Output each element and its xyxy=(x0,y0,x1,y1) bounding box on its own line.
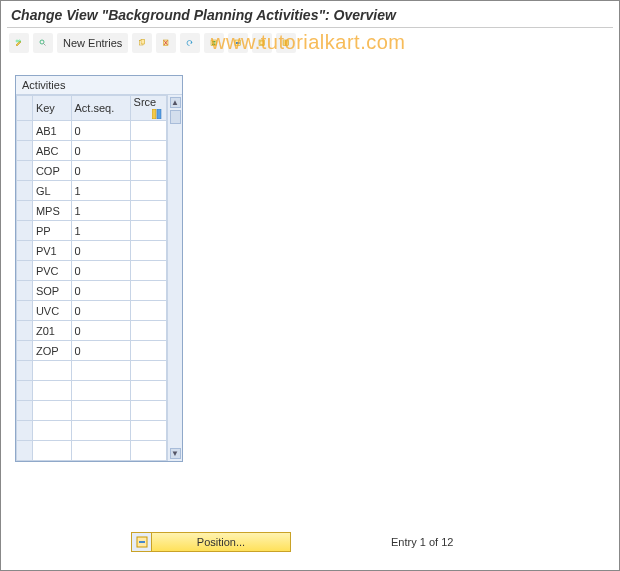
cell-key[interactable]: UVC xyxy=(32,301,71,321)
cell-srce[interactable] xyxy=(130,421,166,441)
row-selector[interactable] xyxy=(17,121,33,141)
table-row[interactable]: COP0 xyxy=(17,161,167,181)
scroll-thumb[interactable] xyxy=(170,110,181,124)
row-selector[interactable] xyxy=(17,281,33,301)
new-entries-button[interactable]: New Entries xyxy=(57,33,128,53)
table-row[interactable] xyxy=(17,361,167,381)
scroll-down-button[interactable]: ▼ xyxy=(170,448,181,459)
cell-srce[interactable] xyxy=(130,341,166,361)
activities-table[interactable]: Key Act.seq. Srce AB10 ABC0 COP0 GL1 MPS… xyxy=(16,95,167,461)
cell-srce[interactable] xyxy=(130,401,166,421)
cell-key[interactable]: ZOP xyxy=(32,341,71,361)
cell-seq[interactable]: 0 xyxy=(71,161,130,181)
table-row[interactable]: MPS1 xyxy=(17,201,167,221)
row-selector[interactable] xyxy=(17,141,33,161)
cell-seq[interactable]: 0 xyxy=(71,121,130,141)
row-selector[interactable] xyxy=(17,441,33,461)
row-selector[interactable] xyxy=(17,221,33,241)
cell-srce[interactable] xyxy=(130,261,166,281)
cell-seq[interactable]: 0 xyxy=(71,341,130,361)
table-row[interactable]: GL1 xyxy=(17,181,167,201)
row-selector[interactable] xyxy=(17,261,33,281)
cell-seq[interactable]: 0 xyxy=(71,261,130,281)
copy-button[interactable] xyxy=(132,33,152,53)
cell-seq[interactable]: 1 xyxy=(71,201,130,221)
table-row[interactable] xyxy=(17,421,167,441)
cell-key[interactable]: COP xyxy=(32,161,71,181)
cell-srce[interactable] xyxy=(130,161,166,181)
cell-srce[interactable] xyxy=(130,301,166,321)
col-header-key[interactable]: Key xyxy=(32,96,71,121)
scroll-up-button[interactable]: ▲ xyxy=(170,97,181,108)
cell-seq[interactable] xyxy=(71,401,130,421)
cell-key[interactable]: AB1 xyxy=(32,121,71,141)
row-selector[interactable] xyxy=(17,321,33,341)
cell-seq[interactable] xyxy=(71,441,130,461)
cell-srce[interactable] xyxy=(130,361,166,381)
cell-seq[interactable] xyxy=(71,361,130,381)
cell-srce[interactable] xyxy=(130,221,166,241)
cell-seq[interactable]: 0 xyxy=(71,281,130,301)
cell-srce[interactable] xyxy=(130,181,166,201)
cell-seq[interactable]: 0 xyxy=(71,241,130,261)
row-selector[interactable] xyxy=(17,401,33,421)
row-selector[interactable] xyxy=(17,381,33,401)
row-selector[interactable] xyxy=(17,241,33,261)
table-row[interactable]: PV10 xyxy=(17,241,167,261)
cell-key[interactable]: PVC xyxy=(32,261,71,281)
row-selector[interactable] xyxy=(17,301,33,321)
delete-button[interactable] xyxy=(156,33,176,53)
cell-seq[interactable]: 0 xyxy=(71,141,130,161)
cell-key[interactable]: SOP xyxy=(32,281,71,301)
cell-key[interactable]: ABC xyxy=(32,141,71,161)
table-row[interactable]: UVC0 xyxy=(17,301,167,321)
cell-key[interactable] xyxy=(32,441,71,461)
cell-srce[interactable] xyxy=(130,201,166,221)
row-selector[interactable] xyxy=(17,181,33,201)
select-all-button[interactable] xyxy=(204,33,224,53)
col-header-srce[interactable]: Srce xyxy=(130,96,166,121)
table-row[interactable]: PVC0 xyxy=(17,261,167,281)
cell-seq[interactable]: 0 xyxy=(71,301,130,321)
table-row[interactable]: ZOP0 xyxy=(17,341,167,361)
select-block-button[interactable] xyxy=(228,33,248,53)
vertical-scrollbar[interactable]: ▲ ▼ xyxy=(167,95,182,461)
table-row[interactable]: Z010 xyxy=(17,321,167,341)
row-selector[interactable] xyxy=(17,341,33,361)
cell-srce[interactable] xyxy=(130,141,166,161)
table-row[interactable]: SOP0 xyxy=(17,281,167,301)
row-selector[interactable] xyxy=(17,201,33,221)
table-row[interactable]: AB10 xyxy=(17,121,167,141)
cell-srce[interactable] xyxy=(130,121,166,141)
row-selector[interactable] xyxy=(17,421,33,441)
cell-srce[interactable] xyxy=(130,241,166,261)
cell-srce[interactable] xyxy=(130,441,166,461)
cell-seq[interactable] xyxy=(71,421,130,441)
col-header-actseq[interactable]: Act.seq. xyxy=(71,96,130,121)
cell-srce[interactable] xyxy=(130,381,166,401)
cell-seq[interactable]: 1 xyxy=(71,181,130,201)
table-row[interactable]: PP1 xyxy=(17,221,167,241)
details-button[interactable] xyxy=(33,33,53,53)
cell-key[interactable]: PV1 xyxy=(32,241,71,261)
toggle-display-change-button[interactable] xyxy=(9,33,29,53)
position-button[interactable]: Position... xyxy=(131,532,291,552)
cell-key[interactable] xyxy=(32,381,71,401)
table-row[interactable] xyxy=(17,381,167,401)
scroll-track[interactable] xyxy=(168,124,182,448)
undo-button[interactable] xyxy=(180,33,200,53)
cell-key[interactable] xyxy=(32,421,71,441)
cell-seq[interactable]: 1 xyxy=(71,221,130,241)
column-config-icon[interactable] xyxy=(151,108,163,120)
cell-key[interactable] xyxy=(32,401,71,421)
cell-key[interactable]: GL xyxy=(32,181,71,201)
col-header-select[interactable] xyxy=(17,96,33,121)
row-selector[interactable] xyxy=(17,361,33,381)
cell-key[interactable]: MPS xyxy=(32,201,71,221)
cell-seq[interactable]: 0 xyxy=(71,321,130,341)
cell-key[interactable]: PP xyxy=(32,221,71,241)
table-row[interactable]: ABC0 xyxy=(17,141,167,161)
row-selector[interactable] xyxy=(17,161,33,181)
cell-key[interactable] xyxy=(32,361,71,381)
cell-srce[interactable] xyxy=(130,281,166,301)
